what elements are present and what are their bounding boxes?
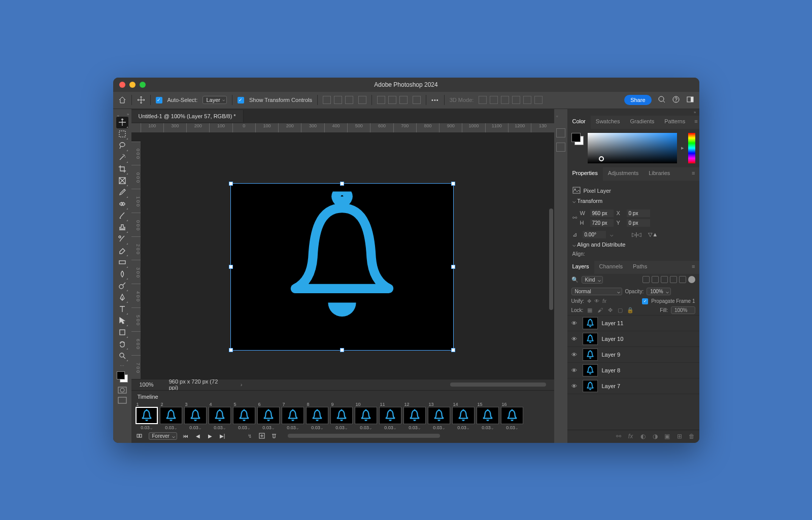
frame-4[interactable]: 40.03 <box>209 402 231 430</box>
document-tab[interactable]: Untitled-1 @ 100% (Layer 57, RGB/8) * <box>131 110 244 122</box>
duplicate-frame-icon[interactable] <box>258 432 265 439</box>
frame-3[interactable]: 30.03 <box>184 402 207 430</box>
healing-tool[interactable] <box>116 198 128 210</box>
convert-timeline-icon[interactable] <box>137 432 144 439</box>
show-transform-checkbox[interactable]: ✓ <box>238 97 244 103</box>
unify-position-icon[interactable]: ✥ <box>587 298 591 304</box>
maximize-window[interactable] <box>140 82 146 88</box>
align-group[interactable] <box>323 96 353 104</box>
blur-tool[interactable] <box>116 268 128 280</box>
width-input[interactable] <box>590 210 614 217</box>
type-tool[interactable] <box>116 303 128 315</box>
tab-gradients[interactable]: Gradients <box>625 116 660 129</box>
eyedropper-tool[interactable] <box>116 187 128 198</box>
lock-trans-icon[interactable]: ▦ <box>586 306 593 314</box>
frame-1[interactable]: 10.03 <box>136 402 158 430</box>
stamp-tool[interactable] <box>116 222 128 233</box>
color-swatch[interactable] <box>117 371 128 383</box>
panel-menu-icon[interactable]: ≡ <box>690 116 699 129</box>
tab-adjustments[interactable]: Adjustments <box>603 167 644 181</box>
dock-icon-2[interactable] <box>556 143 565 152</box>
shape-tool[interactable] <box>116 327 128 338</box>
visibility-icon[interactable]: 👁 <box>571 320 579 326</box>
layer-item[interactable]: 👁Layer 8 <box>567 363 699 378</box>
pen-tool[interactable] <box>116 292 128 303</box>
propagate-checkbox[interactable]: ✓ <box>642 298 648 304</box>
dodge-tool[interactable] <box>116 280 128 292</box>
panel-menu-icon[interactable]: ≡ <box>688 167 699 181</box>
tab-paths[interactable]: Paths <box>628 261 652 274</box>
lock-all-icon[interactable]: 🔒 <box>627 306 634 314</box>
filter-type-icon[interactable] <box>661 276 668 283</box>
link-layers-icon[interactable]: ⚯ <box>615 433 622 440</box>
distribute-group[interactable] <box>377 96 408 104</box>
frame-16[interactable]: 160.03 <box>501 402 523 430</box>
tab-layers[interactable]: Layers <box>567 261 594 274</box>
brush-tool[interactable] <box>116 210 128 222</box>
tab-libraries[interactable]: Libraries <box>644 167 675 181</box>
mask-icon[interactable]: ◐ <box>639 433 647 440</box>
layer-item[interactable]: 👁Layer 9 <box>567 347 699 363</box>
eraser-tool[interactable] <box>116 245 128 257</box>
align-section[interactable]: Align and Distribute <box>572 241 694 248</box>
search-icon[interactable]: 🔍 <box>571 276 579 283</box>
chevron-right-icon[interactable]: › <box>241 382 243 388</box>
kind-filter[interactable]: Kind <box>582 276 603 284</box>
panel-menu-icon[interactable]: ≡ <box>688 261 699 274</box>
visibility-icon[interactable]: 👁 <box>571 336 579 342</box>
group-icon[interactable]: ▣ <box>664 433 671 440</box>
quick-mask-icon[interactable] <box>118 387 127 394</box>
first-frame-icon[interactable]: ⏮ <box>182 432 189 439</box>
fx-icon[interactable]: fx <box>627 433 634 440</box>
frame-11[interactable]: 110.03 <box>379 402 401 430</box>
unify-visibility-icon[interactable]: 👁 <box>594 298 599 304</box>
frame-6[interactable]: 60.03 <box>257 402 280 430</box>
filter-adj-icon[interactable] <box>652 276 659 283</box>
loop-dropdown[interactable]: Forever <box>149 432 177 440</box>
zoom-level[interactable]: 100% <box>140 382 154 388</box>
filter-toggle-icon[interactable] <box>688 276 695 283</box>
visibility-icon[interactable]: 👁 <box>571 367 579 373</box>
frame-7[interactable]: 70.03 <box>282 402 304 430</box>
share-button[interactable]: Share <box>624 95 651 105</box>
search-icon[interactable] <box>658 95 666 105</box>
hand-tool[interactable] <box>116 338 128 350</box>
more-icon[interactable]: ••• <box>431 97 439 103</box>
hue-strip[interactable] <box>688 133 695 163</box>
tab-color[interactable]: Color <box>567 116 591 129</box>
frame-8[interactable]: 80.03 <box>306 402 328 430</box>
angle-input[interactable] <box>583 231 606 238</box>
opacity-input[interactable]: 100% <box>647 288 671 295</box>
fill-input[interactable]: 100% <box>671 306 695 314</box>
distribute-group-2[interactable] <box>413 96 421 104</box>
home-icon[interactable] <box>118 96 126 104</box>
unify-style-icon[interactable]: fx <box>602 298 606 304</box>
tab-patterns[interactable]: Patterns <box>659 116 690 129</box>
close-window[interactable] <box>119 82 125 88</box>
visibility-icon[interactable]: 👁 <box>571 383 579 389</box>
next-frame-icon[interactable]: ▶| <box>219 432 226 439</box>
flip-v-icon[interactable]: ▽▲ <box>648 231 658 238</box>
delete-frame-icon[interactable] <box>270 432 278 439</box>
height-input[interactable] <box>590 219 614 227</box>
lock-move-icon[interactable]: ✥ <box>606 306 614 314</box>
auto-select-dropdown[interactable]: Layer <box>202 96 227 104</box>
filter-shape-icon[interactable] <box>670 276 677 283</box>
gradient-tool[interactable] <box>116 257 128 268</box>
frame-9[interactable]: 90.03 <box>330 402 353 430</box>
new-layer-icon[interactable]: ⊞ <box>676 433 683 440</box>
align-group-2[interactable] <box>358 96 366 104</box>
y-input[interactable] <box>627 219 650 227</box>
path-select-tool[interactable] <box>116 315 128 327</box>
lock-artboard-icon[interactable]: ▢ <box>617 306 624 314</box>
adjustment-icon[interactable]: ◑ <box>652 433 659 440</box>
play-icon[interactable]: ▶ <box>207 432 214 439</box>
frame-5[interactable]: 50.03 <box>233 402 255 430</box>
color-field[interactable] <box>588 133 677 163</box>
dock-icon-1[interactable] <box>556 128 565 137</box>
timeline-scrollbar[interactable] <box>288 434 440 438</box>
frame-tool[interactable] <box>116 175 128 187</box>
filter-pixel-icon[interactable] <box>642 276 650 283</box>
scrollbar-horizontal[interactable] <box>450 383 546 387</box>
scrollbar-vertical[interactable] <box>549 209 553 310</box>
